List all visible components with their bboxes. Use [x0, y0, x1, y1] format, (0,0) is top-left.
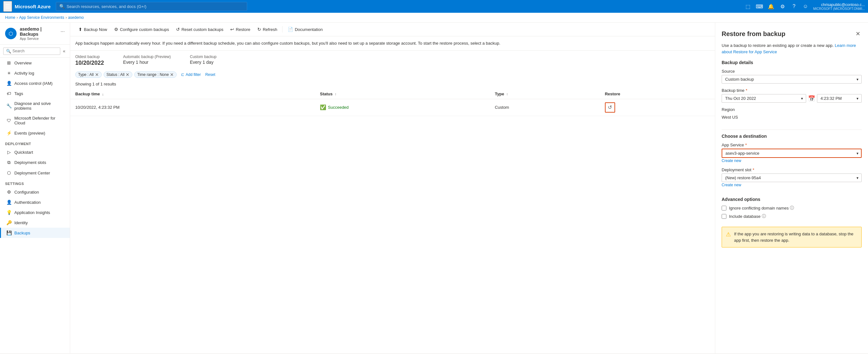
settings-icon[interactable]: ⚙: [777, 1, 788, 11]
create-new-slot-link[interactable]: Create new: [722, 183, 862, 187]
col-status[interactable]: Status ↑: [315, 89, 490, 99]
user-org: MICROSOFT (MICROSOFT.ONMI...: [813, 7, 865, 10]
restore-button[interactable]: ↩ Restore: [227, 25, 253, 33]
add-filter-button[interactable]: ⊏ Add filter: [179, 72, 203, 78]
status-filter-remove[interactable]: ✕: [126, 72, 129, 77]
warning-text: If the app you are restoring is writing …: [734, 231, 858, 243]
include-database-checkbox[interactable]: [722, 214, 726, 219]
sidebar-more[interactable]: ···: [61, 29, 65, 34]
diagnose-icon: 🔧: [6, 103, 12, 109]
search-icon: 🔍: [59, 4, 65, 9]
calendar-icon[interactable]: 📅: [808, 95, 815, 102]
sidebar-search-icon: 🔍: [6, 49, 11, 54]
sidebar-item-tags[interactable]: 🏷 Tags: [0, 88, 70, 98]
sidebar-search-row: 🔍 «: [0, 45, 70, 58]
topnav-icons: ⬚ ⌨ 🔔 ⚙ ? ☺ chrisapublic@contoso.c... MI…: [743, 1, 865, 11]
advanced-options-label: Advanced options: [722, 197, 862, 202]
status-text: Succeeded: [328, 105, 348, 110]
sidebar-item-diagnose[interactable]: 🔧 Diagnose and solve problems: [0, 98, 70, 113]
settings-section-label: Settings: [0, 178, 70, 187]
deployment-slot-select[interactable]: (New) restore-95a4: [722, 174, 862, 182]
search-input[interactable]: [67, 4, 244, 9]
app-service-select[interactable]: asev3-app-service: [722, 149, 862, 158]
refresh-button[interactable]: ↻ Refresh: [254, 25, 281, 33]
sidebar-item-deployment-center[interactable]: ⬡ Deployment Center: [0, 168, 70, 178]
warning-icon: ⚠: [726, 231, 731, 243]
type-filter-label: Type : All: [78, 72, 94, 77]
documentation-button[interactable]: 📄 Documentation: [284, 25, 326, 33]
global-search[interactable]: 🔍: [56, 2, 247, 11]
type-filter-remove[interactable]: ✕: [95, 72, 99, 77]
backup-time-label-text: Backup time: [722, 88, 745, 93]
source-select[interactable]: Custom backup: [722, 75, 862, 84]
sidebar-item-defender[interactable]: 🛡 Microsoft Defender for Cloud: [0, 113, 70, 128]
sidebar-search-box[interactable]: 🔍: [3, 48, 60, 55]
source-label: Source: [722, 69, 862, 74]
backup-now-button[interactable]: ⬆ Backup Now: [75, 25, 110, 33]
include-database-label-text: Include database: [729, 214, 761, 219]
sidebar-item-app-insights[interactable]: 💡 Application Insights: [0, 207, 70, 217]
sidebar-item-identity-label: Identity: [14, 220, 28, 225]
col-type[interactable]: Type ↑: [490, 89, 600, 99]
time-filter-remove[interactable]: ✕: [170, 72, 174, 77]
sidebar-item-deployment-slots[interactable]: ⧉ Deployment slots: [0, 157, 70, 168]
include-database-label[interactable]: Include database ⓘ: [729, 213, 766, 219]
deployment-slot-select-wrapper: (New) restore-95a4: [722, 174, 862, 182]
filters-row: Type : All ✕ Status : All ✕ Time range :…: [70, 69, 715, 80]
breadcrumb-ase[interactable]: App Service Environments: [19, 15, 64, 20]
user-avatar[interactable]: chrisapublic@contoso.c... MICROSOFT (MIC…: [813, 3, 865, 10]
ignore-conflicts-label[interactable]: Ignore conflicting domain names ⓘ: [729, 205, 794, 211]
feedback-icon[interactable]: ☺: [800, 1, 811, 11]
sidebar-item-diagnose-label: Diagnose and solve problems: [14, 101, 65, 111]
include-database-row: Include database ⓘ: [722, 213, 862, 219]
sidebar-item-quickstart[interactable]: ▷ Quickstart: [0, 147, 70, 157]
configure-custom-label: Configure custom backups: [120, 27, 169, 32]
col-type-label: Type: [495, 91, 504, 96]
deployment-center-icon: ⬡: [6, 170, 12, 175]
sidebar-item-authentication[interactable]: 👤 Authentication: [0, 197, 70, 207]
col-backup-time[interactable]: Backup time ↓: [70, 89, 315, 99]
sidebar-item-authentication-label: Authentication: [14, 200, 40, 205]
sidebar-item-configuration-label: Configuration: [14, 190, 39, 195]
include-database-info-icon: ⓘ: [762, 213, 766, 219]
row-restore-button[interactable]: ↺: [605, 102, 615, 113]
configure-custom-button[interactable]: ⚙ Configure custom backups: [111, 25, 172, 33]
configuration-icon: ⚙: [6, 189, 12, 195]
ignore-conflicts-label-text: Ignore conflicting domain names: [729, 206, 788, 210]
sidebar-item-configuration[interactable]: ⚙ Configuration: [0, 187, 70, 197]
sidebar-item-events[interactable]: ⚡ Events (preview): [0, 128, 70, 138]
backup-date-input[interactable]: [722, 94, 806, 103]
sidebar-item-backups[interactable]: 💾 Backups: [0, 228, 70, 238]
sidebar-nav: ⊞ Overview ≡ Activity log 👤 Access contr…: [0, 58, 70, 353]
deployment-slot-row: Deployment slot * (New) restore-95a4 Cre…: [722, 168, 862, 187]
restore-icon: ↩: [230, 27, 234, 32]
help-icon[interactable]: ?: [789, 1, 799, 11]
sidebar-item-activity-log[interactable]: ≡ Activity log: [0, 68, 70, 78]
sidebar-item-identity[interactable]: 🔑 Identity: [0, 217, 70, 228]
cloud-shell-icon[interactable]: ⌨: [754, 1, 765, 11]
breadcrumb-asedemo[interactable]: asedemo: [68, 15, 84, 20]
sidebar-search-input[interactable]: [12, 49, 57, 53]
hamburger-button[interactable]: ☰: [3, 1, 12, 12]
reset-filter-button[interactable]: Reset: [205, 72, 215, 77]
sidebar-header: ⬡ asedemo | Backups ··· App Service: [0, 23, 70, 45]
reset-custom-button[interactable]: ↺ Reset custom backups: [173, 25, 227, 33]
cell-backup-time: 10/20/2022, 4:23:32 PM: [70, 99, 315, 116]
create-new-app-link[interactable]: Create new: [722, 158, 862, 163]
sidebar: ⬡ asedemo | Backups ··· App Service 🔍 « …: [0, 23, 70, 353]
portal-icon[interactable]: ⬚: [743, 1, 753, 11]
sidebar-item-tags-label: Tags: [14, 91, 23, 96]
notifications-icon[interactable]: 🔔: [766, 1, 776, 11]
sidebar-item-access-control[interactable]: 👤 Access control (IAM): [0, 78, 70, 88]
access-control-icon: 👤: [6, 81, 12, 86]
sidebar-collapse-button[interactable]: «: [62, 47, 67, 55]
breadcrumb-home[interactable]: Home: [5, 15, 15, 20]
status-succeeded: ✅ Succeeded: [320, 104, 485, 110]
time-select[interactable]: 4:23:32 PM: [817, 94, 862, 103]
sidebar-item-overview[interactable]: ⊞ Overview: [0, 58, 70, 68]
ignore-conflicts-checkbox[interactable]: [722, 206, 726, 210]
identity-icon: 🔑: [6, 220, 12, 225]
panel-close-button[interactable]: ✕: [854, 29, 862, 38]
cell-restore: ↺: [600, 99, 715, 116]
type-filter-tag: Type : All ✕: [75, 71, 102, 78]
